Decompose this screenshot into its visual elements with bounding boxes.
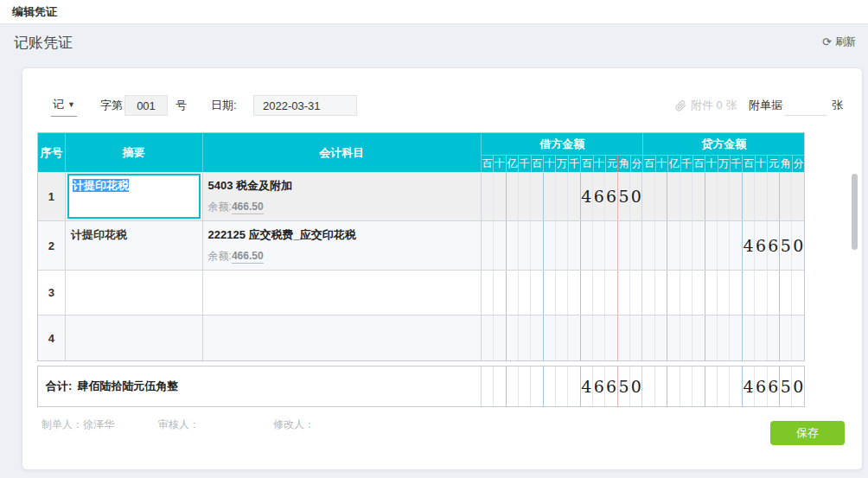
summary-edit-input[interactable]: 计提印花税 [67,174,201,219]
total-credit-digit-cell[interactable]: 4 [743,366,755,406]
credit-digit-cell[interactable] [755,315,767,360]
summary-cell[interactable]: 计提印花税 [66,221,203,270]
debit-digit-cell[interactable] [544,221,556,270]
credit-digit-cell[interactable] [768,271,780,315]
total-credit-digit-cell[interactable] [692,366,705,406]
credit-digit-cell[interactable]: 6 [755,221,767,270]
debit-digit-cell[interactable] [556,271,568,315]
total-credit-digit-cell[interactable]: 5 [780,366,792,406]
credit-digit-cell[interactable] [680,271,692,315]
credit-digit-cell[interactable]: 0 [792,221,803,270]
credit-digit-cell[interactable] [655,221,667,270]
debit-digit-cell[interactable] [618,221,630,270]
debit-digit-cell[interactable] [507,172,519,220]
attachment-link[interactable]: 附件 0 张 [675,94,737,117]
credit-digit-cell[interactable] [655,172,667,220]
credit-digit-cell[interactable] [743,315,755,360]
total-credit-digit-cell[interactable] [667,366,680,406]
total-credit-digit-cell[interactable]: 6 [768,366,780,406]
account-cell[interactable]: 222125 应交税费_应交印花税余额:466.50 [203,221,482,270]
debit-digit-cell[interactable] [581,315,593,360]
debit-digit-cell[interactable] [605,271,617,315]
debit-digit-cell[interactable] [593,271,605,315]
credit-digit-cell[interactable] [655,315,667,360]
debit-digit-cell[interactable] [482,271,494,315]
total-credit-digit-cell[interactable] [642,366,654,406]
credit-digit-cell[interactable] [780,172,792,220]
debit-digit-cell[interactable] [507,315,519,360]
total-credit-digit-cell[interactable]: 6 [755,366,767,406]
credit-digit-cell[interactable] [768,315,780,360]
summary-cell[interactable] [66,315,203,360]
credit-digit-cell[interactable] [730,221,742,270]
debit-digit-cell[interactable] [568,172,580,220]
credit-digit-cell[interactable] [755,271,767,315]
voucher-word-select[interactable]: 记 ▼ [51,94,77,117]
debit-digit-cell[interactable] [531,271,543,315]
debit-digit-cell[interactable] [494,271,506,315]
debit-digit-cell[interactable] [519,315,531,360]
total-debit-digit-cell[interactable]: 4 [581,366,593,406]
total-debit-digit-cell[interactable] [494,366,506,406]
summary-cell[interactable]: 计提印花税 [66,172,203,220]
debit-digit-cell[interactable] [630,221,641,270]
total-debit-digit-cell[interactable]: 6 [593,366,605,406]
debit-digit-cell[interactable]: 5 [618,172,630,220]
debit-digit-cell[interactable] [630,315,641,360]
debit-digit-cell[interactable] [519,271,531,315]
debit-digit-cell[interactable] [581,271,593,315]
credit-digit-cell[interactable] [730,315,742,360]
credit-digit-cell[interactable] [792,172,803,220]
credit-digit-cell[interactable] [680,221,692,270]
credit-digit-cell[interactable] [755,172,767,220]
credit-digit-cell[interactable] [667,221,680,270]
total-credit-digit-cell[interactable]: 0 [792,366,803,406]
debit-digit-cell[interactable]: 6 [605,172,617,220]
credit-digit-cell[interactable] [780,271,792,315]
total-debit-digit-cell[interactable] [519,366,531,406]
debit-digit-cell[interactable] [568,271,580,315]
credit-digit-cell[interactable] [692,221,705,270]
credit-digit-cell[interactable] [718,172,730,220]
debit-digit-cell[interactable] [544,271,556,315]
debit-digit-cell[interactable] [568,315,580,360]
debit-digit-cell[interactable] [556,221,568,270]
save-button[interactable]: 保存 [770,421,845,445]
credit-digit-cell[interactable] [642,271,654,315]
vertical-scrollbar-thumb[interactable] [852,174,858,250]
credit-digit-cell[interactable] [692,271,705,315]
debit-digit-cell[interactable] [531,315,543,360]
credit-digit-cell[interactable] [680,315,692,360]
credit-digit-cell[interactable] [667,172,680,220]
account-cell[interactable]: 5403 税金及附加余额:466.50 [203,172,482,220]
debit-digit-cell[interactable] [593,221,605,270]
credit-digit-cell[interactable] [705,221,718,270]
credit-digit-cell[interactable] [642,221,654,270]
debit-digit-cell[interactable]: 6 [593,172,605,220]
credit-digit-cell[interactable] [768,172,780,220]
credit-digit-cell[interactable]: 6 [768,221,780,270]
total-debit-digit-cell[interactable] [556,366,568,406]
account-cell[interactable] [203,271,482,315]
debit-digit-cell[interactable] [519,172,531,220]
credit-digit-cell[interactable] [718,271,730,315]
debit-digit-cell[interactable] [544,172,556,220]
total-debit-digit-cell[interactable]: 6 [605,366,617,406]
debit-digit-cell[interactable] [519,221,531,270]
debit-digit-cell[interactable] [605,315,617,360]
debit-digit-cell[interactable] [593,315,605,360]
credit-digit-cell[interactable] [792,315,803,360]
total-debit-digit-cell[interactable]: 5 [618,366,630,406]
debit-digit-cell[interactable] [531,221,543,270]
credit-digit-cell[interactable] [667,315,680,360]
debit-digit-cell[interactable] [544,315,556,360]
debit-digit-cell[interactable] [494,172,506,220]
credit-digit-cell[interactable] [743,172,755,220]
debit-digit-cell[interactable] [556,315,568,360]
receipts-count-input[interactable] [785,97,827,116]
credit-digit-cell[interactable] [705,172,718,220]
total-debit-digit-cell[interactable] [531,366,543,406]
debit-digit-cell[interactable] [494,315,506,360]
credit-digit-cell[interactable] [680,172,692,220]
date-input[interactable] [253,95,357,116]
